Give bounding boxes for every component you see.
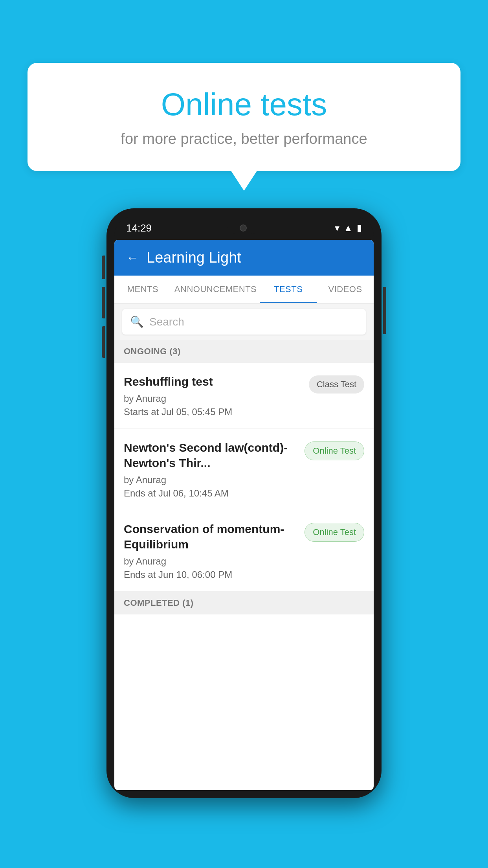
speech-bubble-container: Online tests for more practice, better p… [28, 63, 460, 171]
phone-side-btn-volume-up [102, 256, 105, 279]
test-info-conservation: Conservation of momentum-Equilibrium by … [124, 521, 298, 580]
app-title: Learning Light [147, 249, 241, 266]
test-item-reshuffling[interactable]: Reshuffling test by Anurag Starts at Jul… [114, 363, 374, 429]
test-name-reshuffling: Reshuffling test [124, 374, 303, 389]
back-button[interactable]: ← [126, 250, 139, 265]
test-item-conservation[interactable]: Conservation of momentum-Equilibrium by … [114, 510, 374, 592]
test-info-newtons: Newton's Second law(contd)-Newton's Thir… [124, 440, 298, 499]
test-time-newtons: Ends at Jul 06, 10:45 AM [124, 488, 298, 499]
search-icon: 🔍 [130, 315, 144, 328]
phone-screen: ← Learning Light MENTS ANNOUNCEMENTS TES… [114, 240, 374, 790]
tab-announcements[interactable]: ANNOUNCEMENTS [171, 276, 260, 303]
phone-side-btn-volume-down [102, 287, 105, 318]
phone-side-btn-power [383, 287, 386, 334]
speech-bubble-subtitle: for more practice, better performance [59, 131, 429, 147]
battery-icon: ▮ [357, 223, 362, 234]
search-input-wrapper[interactable]: 🔍 Search [122, 309, 366, 335]
speech-bubble-title: Online tests [59, 86, 429, 123]
phone-status-icons: ▾ ▲ ▮ [335, 223, 362, 234]
test-item-newtons[interactable]: Newton's Second law(contd)-Newton's Thir… [114, 429, 374, 510]
phone-frame: 14:29 ▾ ▲ ▮ ← Learning Light MENTS [106, 208, 382, 798]
tab-ments[interactable]: MENTS [114, 276, 171, 303]
phone-notch [227, 222, 259, 234]
phone-container: 14:29 ▾ ▲ ▮ ← Learning Light MENTS [106, 208, 382, 798]
test-author-newtons: by Anurag [124, 474, 298, 485]
test-name-newtons: Newton's Second law(contd)-Newton's Thir… [124, 440, 298, 471]
test-badge-newtons: Online Test [305, 441, 364, 460]
tab-videos[interactable]: VIDEOS [317, 276, 374, 303]
phone-status-bar: 14:29 ▾ ▲ ▮ [114, 216, 374, 240]
test-time-conservation: Ends at Jun 10, 06:00 PM [124, 569, 298, 580]
app-header: ← Learning Light [114, 240, 374, 276]
test-author-conservation: by Anurag [124, 556, 298, 567]
ongoing-section-header: ONGOING (3) [114, 340, 374, 363]
search-container: 🔍 Search [114, 303, 374, 340]
tabs-container: MENTS ANNOUNCEMENTS TESTS VIDEOS [114, 276, 374, 303]
tab-tests[interactable]: TESTS [260, 276, 317, 303]
test-name-conservation: Conservation of momentum-Equilibrium [124, 521, 298, 552]
completed-section-header: COMPLETED (1) [114, 592, 374, 614]
test-badge-conservation: Online Test [305, 523, 364, 542]
phone-side-btn-extra [102, 326, 105, 358]
test-badge-reshuffling: Class Test [309, 375, 364, 394]
search-placeholder-text: Search [149, 316, 184, 328]
signal-icon: ▲ [343, 223, 353, 234]
test-time-reshuffling: Starts at Jul 05, 05:45 PM [124, 406, 303, 417]
phone-time: 14:29 [126, 222, 152, 234]
test-info-reshuffling: Reshuffling test by Anurag Starts at Jul… [124, 374, 303, 417]
test-author-reshuffling: by Anurag [124, 393, 303, 404]
phone-camera [240, 224, 247, 232]
speech-bubble: Online tests for more practice, better p… [28, 63, 460, 171]
wifi-icon: ▾ [335, 223, 339, 234]
